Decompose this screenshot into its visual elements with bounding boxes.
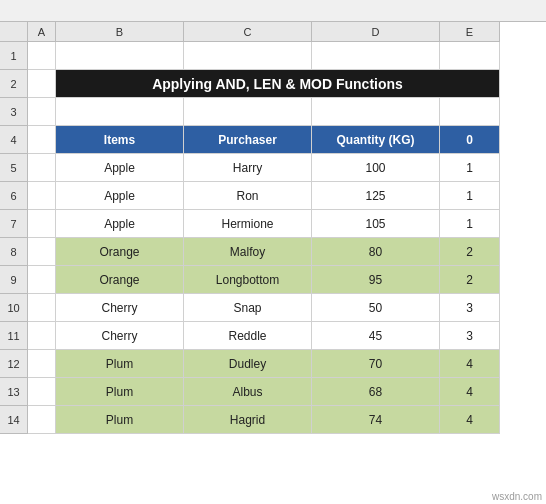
- cell-c1[interactable]: [184, 42, 312, 70]
- row-num-9: 9: [0, 266, 28, 294]
- row-headers: 1 2 3 4 5 6 7 8 9 10 11 12 13 14: [0, 22, 28, 504]
- cell-b3[interactable]: [56, 98, 184, 126]
- cell-d1[interactable]: [312, 42, 440, 70]
- cell-a8[interactable]: [28, 238, 56, 266]
- cell-b6[interactable]: Apple: [56, 182, 184, 210]
- watermark: wsxdn.com: [492, 491, 542, 502]
- cell-e13[interactable]: 4: [440, 378, 500, 406]
- cell-a1[interactable]: [28, 42, 56, 70]
- cell-b8[interactable]: Orange: [56, 238, 184, 266]
- cell-a4[interactable]: [28, 126, 56, 154]
- row-13: Plum Albus 68 4: [28, 378, 546, 406]
- cell-a9[interactable]: [28, 266, 56, 294]
- row-9: Orange Longbottom 95 2: [28, 266, 546, 294]
- row-1: [28, 42, 546, 70]
- cell-d11[interactable]: 45: [312, 322, 440, 350]
- cell-c11[interactable]: Reddle: [184, 322, 312, 350]
- row-num-13: 13: [0, 378, 28, 406]
- row-5: Apple Harry 100 1: [28, 154, 546, 182]
- row-3: [28, 98, 546, 126]
- row-6: Apple Ron 125 1: [28, 182, 546, 210]
- row-num-3: 3: [0, 98, 28, 126]
- cell-a10[interactable]: [28, 294, 56, 322]
- row-num-4: 4: [0, 126, 28, 154]
- cell-c8[interactable]: Malfoy: [184, 238, 312, 266]
- cell-b12[interactable]: Plum: [56, 350, 184, 378]
- cell-c13[interactable]: Albus: [184, 378, 312, 406]
- cell-d14[interactable]: 74: [312, 406, 440, 434]
- cell-d6[interactable]: 125: [312, 182, 440, 210]
- cell-d13[interactable]: 68: [312, 378, 440, 406]
- cell-a13[interactable]: [28, 378, 56, 406]
- cell-e7[interactable]: 1: [440, 210, 500, 238]
- main-grid: A B C D E Applying AND, LEN & MOD Functi…: [28, 22, 546, 504]
- col-header-d: D: [312, 22, 440, 42]
- formula-bar: [0, 0, 546, 22]
- cell-e12[interactable]: 4: [440, 350, 500, 378]
- row-num-7: 7: [0, 210, 28, 238]
- cell-a11[interactable]: [28, 322, 56, 350]
- cell-e14[interactable]: 4: [440, 406, 500, 434]
- cell-b1[interactable]: [56, 42, 184, 70]
- row-11: Cherry Reddle 45 3: [28, 322, 546, 350]
- row-12: Plum Dudley 70 4: [28, 350, 546, 378]
- grid-area: 1 2 3 4 5 6 7 8 9 10 11 12 13 14 A B C D…: [0, 22, 546, 504]
- cell-a14[interactable]: [28, 406, 56, 434]
- cell-c12[interactable]: Dudley: [184, 350, 312, 378]
- cell-b13[interactable]: Plum: [56, 378, 184, 406]
- cell-a6[interactable]: [28, 182, 56, 210]
- cell-c10[interactable]: Snap: [184, 294, 312, 322]
- cell-a12[interactable]: [28, 350, 56, 378]
- cell-d12[interactable]: 70: [312, 350, 440, 378]
- cell-title: Applying AND, LEN & MOD Functions: [56, 70, 500, 98]
- cell-e3[interactable]: [440, 98, 500, 126]
- cell-b7[interactable]: Apple: [56, 210, 184, 238]
- cell-e11[interactable]: 3: [440, 322, 500, 350]
- cell-b9[interactable]: Orange: [56, 266, 184, 294]
- cell-e9[interactable]: 2: [440, 266, 500, 294]
- cell-d10[interactable]: 50: [312, 294, 440, 322]
- cell-e8[interactable]: 2: [440, 238, 500, 266]
- row-num-8: 8: [0, 238, 28, 266]
- cell-d3[interactable]: [312, 98, 440, 126]
- cell-d5[interactable]: 100: [312, 154, 440, 182]
- cell-c3[interactable]: [184, 98, 312, 126]
- cell-e5[interactable]: 1: [440, 154, 500, 182]
- cell-a5[interactable]: [28, 154, 56, 182]
- row-14: Plum Hagrid 74 4: [28, 406, 546, 434]
- col-header-e: E: [440, 22, 500, 42]
- cell-e1[interactable]: [440, 42, 500, 70]
- cell-c6[interactable]: Ron: [184, 182, 312, 210]
- cell-b11[interactable]: Cherry: [56, 322, 184, 350]
- row-8: Orange Malfoy 80 2: [28, 238, 546, 266]
- col-header-b: B: [56, 22, 184, 42]
- row-num-6: 6: [0, 182, 28, 210]
- cell-b14[interactable]: Plum: [56, 406, 184, 434]
- cell-d8[interactable]: 80: [312, 238, 440, 266]
- col-header-c: C: [184, 22, 312, 42]
- row-num-12: 12: [0, 350, 28, 378]
- cell-header-zero: 0: [440, 126, 500, 154]
- row-4: Items Purchaser Quantity (KG) 0: [28, 126, 546, 154]
- cell-d9[interactable]: 95: [312, 266, 440, 294]
- cell-c9[interactable]: Longbottom: [184, 266, 312, 294]
- cell-c5[interactable]: Harry: [184, 154, 312, 182]
- cell-a3[interactable]: [28, 98, 56, 126]
- cell-a7[interactable]: [28, 210, 56, 238]
- cell-header-items: Items: [56, 126, 184, 154]
- col-header-a: A: [28, 22, 56, 42]
- cell-b5[interactable]: Apple: [56, 154, 184, 182]
- row-num-11: 11: [0, 322, 28, 350]
- row-7: Apple Hermione 105 1: [28, 210, 546, 238]
- cell-header-quantity: Quantity (KG): [312, 126, 440, 154]
- cell-a2[interactable]: [28, 70, 56, 98]
- cell-d7[interactable]: 105: [312, 210, 440, 238]
- row-num-2: 2: [0, 70, 28, 98]
- cell-c14[interactable]: Hagrid: [184, 406, 312, 434]
- cell-header-purchaser: Purchaser: [184, 126, 312, 154]
- cell-c7[interactable]: Hermione: [184, 210, 312, 238]
- cell-e6[interactable]: 1: [440, 182, 500, 210]
- corner-cell: [0, 22, 28, 42]
- cell-b10[interactable]: Cherry: [56, 294, 184, 322]
- cell-e10[interactable]: 3: [440, 294, 500, 322]
